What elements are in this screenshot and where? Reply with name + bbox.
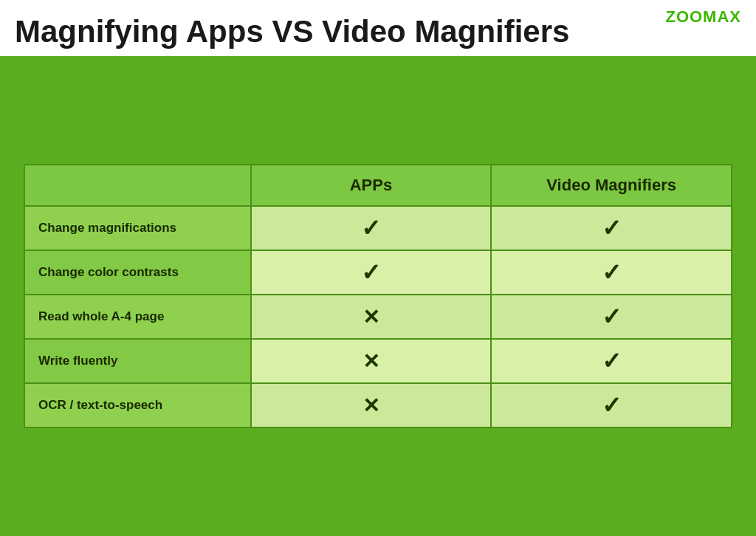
zoomax-logo: ZOOMAX <box>665 7 741 27</box>
page-title: Magnifying Apps VS Video Magnifiers <box>15 15 687 49</box>
video-cell: ✓ <box>491 339 732 383</box>
feature-cell: OCR / text-to-speech <box>24 383 251 427</box>
header: ZOOMAX Magnifying Apps VS Video Magnifie… <box>0 0 756 56</box>
feature-cell: Change magnifications <box>24 206 251 250</box>
feature-cell: Write fluently <box>24 339 251 383</box>
apps-cell: ✕ <box>251 295 492 339</box>
feature-cell: Read whole A-4 page <box>24 295 251 339</box>
col1-header <box>24 165 251 206</box>
table-row: Change color contrasts✓✓ <box>24 250 732 295</box>
comparison-table: APPs Video Magnifiers Change magnificati… <box>24 164 732 428</box>
table-row: Read whole A-4 page✕✓ <box>24 295 732 339</box>
table-row: Change magnifications✓✓ <box>24 206 732 250</box>
video-cell: ✓ <box>491 295 732 339</box>
apps-cell: ✓ <box>251 206 492 250</box>
apps-cell: ✕ <box>251 339 492 383</box>
col3-header: Video Magnifiers <box>491 165 732 206</box>
feature-cell: Change color contrasts <box>24 250 251 295</box>
table-row: Write fluently✕✓ <box>24 339 732 383</box>
table-row: OCR / text-to-speech✕✓ <box>24 383 732 427</box>
video-cell: ✓ <box>491 206 732 250</box>
comparison-section: APPs Video Magnifiers Change magnificati… <box>0 56 756 536</box>
video-cell: ✓ <box>491 250 732 295</box>
apps-cell: ✓ <box>251 250 492 295</box>
col2-header: APPs <box>251 165 492 206</box>
apps-cell: ✕ <box>251 383 492 427</box>
video-cell: ✓ <box>491 383 732 427</box>
page-wrapper: ZOOMAX Magnifying Apps VS Video Magnifie… <box>0 0 756 536</box>
table-header-row: APPs Video Magnifiers <box>24 165 732 206</box>
